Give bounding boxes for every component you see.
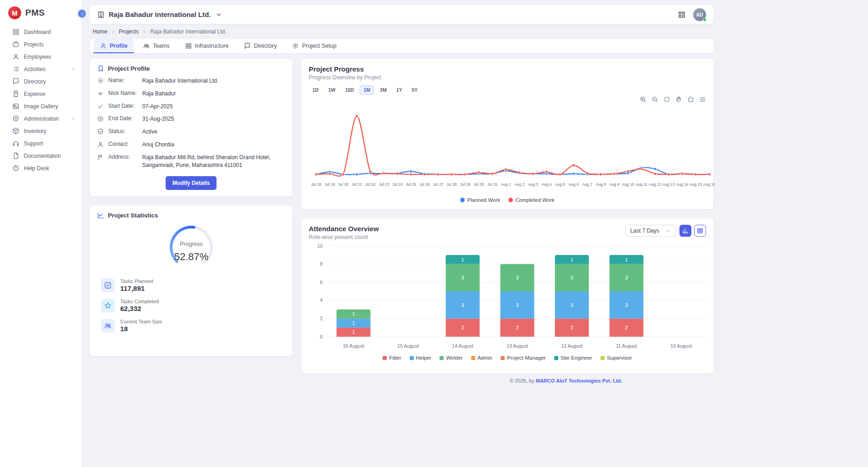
legend-label: Fitter [389,355,401,361]
chart-toolbar [309,95,706,103]
attendance-card-title: Attendance Overview [309,225,379,233]
legend-marker [501,356,505,360]
stat-label: Tasks Completed [120,299,159,304]
modify-details-button[interactable]: Modify Details [166,176,217,190]
svg-text:Jul 18: Jul 18 [311,182,322,187]
left-column: Project Profile Name:Raja Bahadur Intern… [89,58,293,374]
range-3m[interactable]: 3M [376,85,390,95]
sidebar-item-projects[interactable]: Projects [0,38,81,50]
users-icon [143,43,150,49]
field-value: Anuj Chordia [142,141,285,149]
date-range-select[interactable]: Last 7 Days [625,225,676,237]
legend-admin[interactable]: Admin [471,355,493,361]
chevron-right-icon [71,116,76,121]
app-logo[interactable]: M PMS [0,0,81,26]
svg-text:3: 3 [570,275,573,280]
pan-icon[interactable] [675,95,682,103]
tab-teams[interactable]: Teams [137,39,176,53]
stats-list: Tasks Planned117,891Tasks Completed62,33… [97,278,285,333]
footer-link[interactable]: MARCO AIoT Technologies Pvt. Ltd. [536,378,622,384]
sidebar-item-dashboard[interactable]: Dashboard [0,26,81,38]
svg-text:Jul 19: Jul 19 [324,182,335,187]
online-status-dot [703,18,707,22]
gear-icon [97,78,104,84]
svg-text:11 August: 11 August [616,343,637,349]
legend-helper[interactable]: Helper [410,355,432,361]
company-selector[interactable]: Raja Bahadur International Ltd. [97,11,223,18]
main-area: Raja Bahadur International Ltd. AD HomeP… [82,0,868,387]
svg-text:Jul 20: Jul 20 [338,182,349,187]
svg-text:1: 1 [352,320,355,326]
sidebar-item-label: Projects [24,41,44,48]
svg-text:Aug 4: Aug 4 [541,182,551,187]
sidebar-item-directory[interactable]: Directory [0,75,81,88]
stat-value: 117,891 [120,284,153,292]
sidebar-item-help-desk[interactable]: Help Desk [0,162,81,174]
sidebar-item-administration[interactable]: Administration [0,112,81,125]
stat-label: Tasks Planned [120,278,153,284]
legend-welder[interactable]: Welder [440,355,462,361]
sidebar-collapse-button[interactable] [78,10,86,17]
svg-text:14 August: 14 August [452,343,473,349]
profile-field-contact: Contact:Anuj Chordia [97,141,285,149]
sidebar-item-label: Employees [24,54,51,60]
legend-site-engineer[interactable]: Site Engineer [554,355,592,361]
svg-text:Aug 3: Aug 3 [528,182,538,187]
sidebar-item-image-gallery[interactable]: Image Gallery [0,100,81,112]
user-avatar[interactable]: AD [693,8,706,21]
tab-profile[interactable]: Profile [94,39,134,53]
documentation-icon [12,152,19,159]
range-1y[interactable]: 1Y [393,85,406,95]
home-icon[interactable] [687,95,694,103]
legend-completed-work[interactable]: Completed Work [508,197,554,203]
field-label: Contact: [108,141,138,147]
tab-project-setup[interactable]: Project Setup [286,39,343,53]
selection-zoom-icon[interactable] [663,95,670,103]
attendance-bar-chart[interactable]: 024681011116 August15 August233114 Augus… [309,242,715,352]
tab-infrastructure[interactable]: Infrastructure [179,39,235,53]
range-15d[interactable]: 15D [341,85,357,95]
range-1w[interactable]: 1W [324,85,339,95]
legend-planned-work[interactable]: Planned Work [460,197,500,203]
svg-text:Jul 21: Jul 21 [351,182,362,187]
progress-line-chart[interactable]: Jul 18Jul 19Jul 20Jul 21Jul 22Jul 23Jul … [309,103,715,195]
user-icon [100,43,106,49]
zoom-in-icon[interactable] [640,95,646,103]
breadcrumb-item-projects[interactable]: Projects [119,28,139,35]
sidebar-item-label: Activities [24,66,45,72]
sidebar-item-label: Administration [24,116,59,122]
sidebar-item-inventory[interactable]: Inventory [0,125,81,137]
svg-text:3: 3 [625,275,628,280]
svg-text:Aug 14: Aug 14 [676,182,688,187]
legend-fitter[interactable]: Fitter [383,355,401,361]
sidebar-item-expense[interactable]: Expense [0,88,81,100]
svg-text:0: 0 [320,334,323,339]
project-profile-card: Project Profile Name:Raja Bahadur Intern… [89,58,293,197]
legend-supervisor[interactable]: Supervisor [601,355,632,361]
range-1d[interactable]: 1D [309,85,322,95]
svg-text:Jul 31: Jul 31 [487,182,498,187]
svg-text:13 August: 13 August [506,343,528,349]
menu-icon[interactable] [699,95,706,103]
field-label: End Date: [108,115,138,122]
sidebar-item-support[interactable]: Support [0,137,81,150]
svg-text:3: 3 [516,275,518,280]
legend-label: Planned Work [467,197,500,203]
tab-directory[interactable]: Directory [238,39,283,53]
zoom-out-icon[interactable] [651,95,658,103]
range-5y[interactable]: 5Y [408,85,421,95]
svg-text:3: 3 [461,275,464,280]
svg-text:Aug 2: Aug 2 [514,182,524,187]
range-1m[interactable]: 1M [360,85,374,95]
attendance-card-subtitle: Role-wise present count [309,234,379,240]
apps-grid-icon[interactable] [678,11,686,19]
sidebar-item-activities[interactable]: Activities [0,63,81,75]
progress-card-title: Project Progress [309,65,706,73]
chart-view-button[interactable] [679,225,691,237]
sidebar-item-employees[interactable]: Employees [0,50,81,63]
legend-project-manager[interactable]: Project Manager [501,355,545,361]
gear-icon [292,43,299,49]
table-view-button[interactable] [694,225,706,237]
sidebar-item-documentation[interactable]: Documentation [0,150,81,162]
breadcrumb-item-home[interactable]: Home [93,28,107,35]
